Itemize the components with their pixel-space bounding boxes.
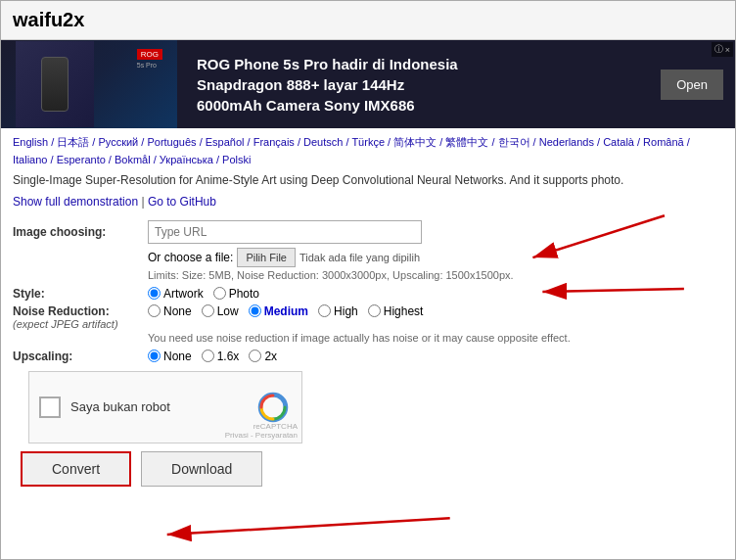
limits-text: Limits: Size: 5MB, Noise Reduction: 3000…	[148, 269, 723, 281]
ad-banner: ROG 5s Pro ROG Phone 5s Pro hadir di Ind…	[1, 40, 735, 128]
github-link[interactable]: Go to GitHub	[148, 195, 216, 209]
lang-japanese[interactable]: 日本語	[57, 136, 89, 148]
lang-russian[interactable]: Русский	[98, 136, 138, 148]
captcha-footer: reCAPTCHA Privasi - Persyaratan	[225, 422, 298, 440]
noise-medium-radio[interactable]	[249, 304, 261, 317]
noise-high-label: High	[334, 304, 358, 318]
style-artwork-option[interactable]: Artwork	[148, 287, 204, 301]
lang-bokmal[interactable]: Bokmål	[115, 154, 151, 165]
noise-row: Noise Reduction: (expect JPEG artifact) …	[13, 304, 723, 330]
lang-german[interactable]: Deutsch	[303, 136, 343, 148]
lang-korean[interactable]: 한국어	[498, 136, 530, 148]
lang-spanish[interactable]: Español	[206, 136, 245, 148]
svg-line-6	[167, 518, 450, 535]
upscaling-radio-group: None 1.6x 2x	[148, 350, 277, 363]
app-description: Single-Image Super-Resolution for Anime-…	[13, 172, 723, 189]
lang-italian[interactable]: Italiano	[13, 154, 47, 165]
file-choose-label: Or choose a file:	[148, 251, 233, 264]
upscaling-none-radio[interactable]	[148, 350, 161, 362]
noise-none-option[interactable]: None	[148, 304, 192, 318]
ad-headline: ROG Phone 5s Pro hadir di Indonesia Snap…	[197, 54, 641, 116]
ad-open-button[interactable]: Open	[661, 70, 723, 100]
lang-turkish[interactable]: Türkçe	[351, 136, 385, 148]
upscaling-1-6x-label: 1.6x	[217, 350, 240, 363]
noise-radio-group: None Low Medium High Highest	[148, 304, 423, 318]
ad-content: ROG Phone 5s Pro hadir di Indonesia Snap…	[177, 44, 661, 125]
style-artwork-radio[interactable]	[148, 287, 161, 300]
lang-dutch[interactable]: Nederlands	[539, 136, 594, 148]
style-label: Style:	[13, 287, 140, 301]
noise-medium-label: Medium	[264, 304, 308, 318]
style-photo-option[interactable]: Photo	[213, 287, 259, 301]
noise-highest-radio[interactable]	[368, 304, 381, 317]
upscaling-2x-option[interactable]: 2x	[249, 350, 277, 363]
noise-low-label: Low	[217, 304, 239, 318]
recaptcha-icon	[257, 392, 289, 423]
upscaling-2x-radio[interactable]	[249, 350, 261, 362]
noise-highest-label: Highest	[384, 304, 424, 318]
style-artwork-label: Artwork	[163, 287, 204, 301]
lang-esperanto[interactable]: Esperanto	[57, 154, 106, 165]
lang-portuguese[interactable]: Português	[147, 136, 196, 148]
show-demo-link[interactable]: Show full demonstration	[13, 195, 138, 209]
noise-none-label: None	[163, 304, 192, 318]
noise-medium-option[interactable]: Medium	[249, 304, 308, 318]
download-button[interactable]: Download	[141, 451, 262, 487]
lang-french[interactable]: Français	[253, 136, 295, 148]
noise-low-radio[interactable]	[202, 304, 214, 317]
style-radio-group: Artwork Photo	[148, 287, 259, 301]
upscaling-none-label: None	[163, 350, 192, 363]
noise-sublabel: (expect JPEG artifact)	[13, 318, 140, 330]
lang-english[interactable]: English	[13, 136, 48, 148]
captcha-checkbox[interactable]	[39, 397, 61, 418]
main-content: English / 日本語 / Русский / Português / Es…	[1, 128, 735, 500]
ad-image: ROG 5s Pro	[1, 40, 177, 128]
upscaling-row: Upscaling: None 1.6x 2x	[13, 350, 723, 363]
noise-label-block: Noise Reduction: (expect JPEG artifact)	[13, 304, 140, 330]
ad-info-badge[interactable]: ⓘ ×	[712, 42, 733, 57]
demo-links: Show full demonstration | Go to GitHub	[13, 195, 723, 209]
title-bar: waifu2x	[1, 1, 735, 40]
file-button[interactable]: Pilih File	[237, 248, 296, 267]
noise-high-option[interactable]: High	[318, 304, 358, 318]
convert-button[interactable]: Convert	[21, 451, 131, 487]
button-row: Convert Download	[21, 451, 715, 487]
noise-high-radio[interactable]	[318, 304, 331, 317]
captcha-label: Saya bukan robot	[70, 399, 254, 414]
upscaling-2x-label: 2x	[264, 350, 277, 363]
file-row: Or choose a file: Pilih File Tidak ada f…	[148, 248, 723, 267]
upscaling-1-6x-radio[interactable]	[202, 350, 214, 362]
noise-low-option[interactable]: Low	[202, 304, 239, 318]
noise-hint: You need use noise reduction if image ac…	[148, 332, 723, 344]
lang-simplified-chinese[interactable]: 简体中文	[393, 136, 437, 148]
lang-catalan[interactable]: Català	[603, 136, 634, 148]
upscaling-1-6x-option[interactable]: 1.6x	[202, 350, 240, 363]
upscaling-none-option[interactable]: None	[148, 350, 192, 363]
url-input[interactable]	[148, 220, 422, 244]
svg-point-0	[259, 394, 287, 421]
lang-traditional-chinese[interactable]: 繁體中文	[445, 136, 488, 148]
upscaling-label: Upscaling:	[13, 350, 140, 363]
image-choosing-label: Image choosing:	[13, 225, 140, 239]
captcha-logo	[254, 389, 292, 426]
noise-none-radio[interactable]	[148, 304, 161, 317]
noise-highest-option[interactable]: Highest	[368, 304, 424, 318]
style-row: Style: Artwork Photo	[13, 287, 723, 301]
style-photo-radio[interactable]	[213, 287, 226, 300]
main-window: waifu2x ROG 5s Pro ROG Phone 5s Pro hadi…	[0, 0, 736, 560]
file-status: Tidak ada file yang dipilih	[299, 252, 420, 263]
captcha-widget[interactable]: Saya bukan robot reCAPTCHA Privasi - Per…	[28, 371, 302, 443]
app-title: waifu2x	[13, 9, 723, 31]
lang-polish[interactable]: Polski	[222, 154, 251, 165]
noise-label: Noise Reduction:	[13, 304, 140, 318]
lang-romanian[interactable]: Română	[643, 136, 684, 148]
language-bar: English / 日本語 / Русский / Português / Es…	[13, 134, 723, 168]
lang-ukrainian[interactable]: Українська	[160, 154, 213, 165]
style-photo-label: Photo	[229, 287, 259, 301]
image-choosing-row: Image choosing:	[13, 220, 723, 244]
